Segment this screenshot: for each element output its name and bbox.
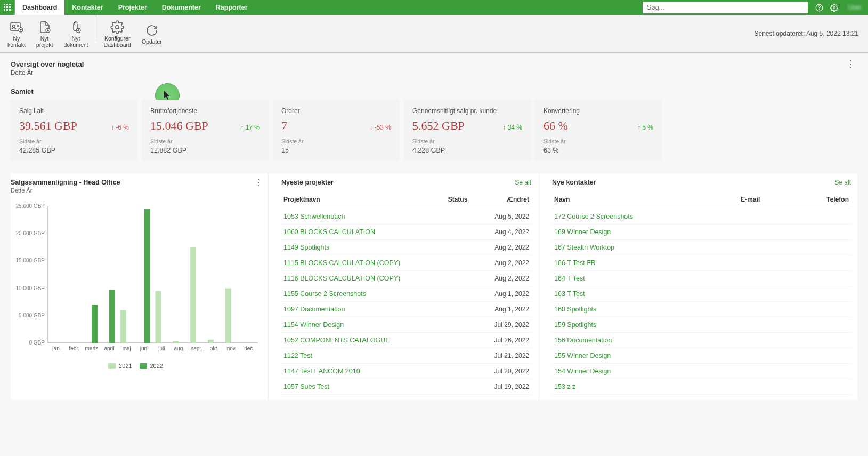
help-icon[interactable] (812, 0, 827, 15)
project-link[interactable]: 1115 BLOCKS CALCULATION (COPY) (283, 259, 400, 267)
new-contact-button[interactable]: Nykontakt (2, 15, 31, 52)
project-link[interactable]: 1060 BLOCKS CALCULATION (283, 228, 375, 236)
toolbar-item-label: KonfigurerDashboard (104, 36, 131, 48)
user-label[interactable]: User (842, 0, 868, 15)
project-date: Aug 5, 2022 (478, 209, 531, 225)
kpi-card[interactable]: Bruttofortjeneste15.046 GBP↑ 17 %Sidste … (142, 100, 269, 161)
table-row[interactable]: 1122 TestJul 21, 2022 (281, 348, 531, 364)
contacts-see-all-link[interactable]: Se alt (834, 179, 851, 186)
table-row[interactable]: 166 T Test FR (552, 255, 851, 271)
svg-text:5.000 GBP: 5.000 GBP (19, 313, 45, 318)
table-row[interactable]: 1053 SchwellenbachAug 5, 2022 (281, 209, 531, 225)
table-row[interactable]: 155 Winner Design (552, 348, 851, 364)
contact-link[interactable]: 159 Spotlights (554, 321, 596, 329)
table-row[interactable]: 154 Winner Design (552, 364, 851, 379)
kpi-prev-value: 63 % (543, 147, 653, 154)
project-status (446, 317, 478, 333)
contact-link[interactable]: 167 Stealth Worktop (554, 244, 614, 251)
table-row[interactable]: 1147 Test EANCOM 2010Jul 20, 2022 (281, 364, 531, 379)
svg-rect-38 (109, 290, 115, 343)
tab-kontakter[interactable]: Kontakter (64, 0, 110, 15)
table-row[interactable]: 159 Spotlights (552, 317, 851, 333)
table-row[interactable]: 163 T Test (552, 286, 851, 302)
table-row[interactable]: 1057 Sues TestJul 19, 2022 (281, 379, 531, 395)
project-date: Jul 19, 2022 (478, 379, 531, 395)
contact-link[interactable]: 169 Winner Design (554, 228, 611, 236)
table-row[interactable]: 1116 BLOCKS CALCULATION (COPY)Aug 2, 202… (281, 271, 531, 286)
contact-link[interactable]: 172 Course 2 Screenshots (554, 213, 633, 220)
tab-dashboard[interactable]: Dashboard (15, 0, 64, 15)
project-link[interactable]: 1097 Documentation (283, 306, 345, 313)
contact-email (739, 240, 791, 255)
legend-item: 2021 (108, 363, 132, 369)
refresh-button[interactable]: Opdater (136, 15, 167, 52)
table-row[interactable]: 1155 Course 2 ScreenshotsAug 1, 2022 (281, 286, 531, 302)
search-input[interactable] (643, 2, 808, 13)
kpi-card[interactable]: Gennemsnitligt salg pr. kunde5.652 GBP↑ … (404, 100, 531, 161)
table-row[interactable]: 1149 SpotlightsAug 2, 2022 (281, 240, 531, 255)
project-link[interactable]: 1122 Test (283, 352, 312, 359)
project-status (446, 364, 478, 379)
table-row[interactable]: 164 T Test (552, 271, 851, 286)
new-project-button[interactable]: Nytprojekt (31, 15, 59, 52)
table-row[interactable]: 1052 COMPONENTS CATALOGUEJul 26, 2022 (281, 333, 531, 348)
kpi-label: Ordrer (281, 107, 391, 115)
table-row[interactable]: 1115 BLOCKS CALCULATION (COPY)Aug 2, 202… (281, 255, 531, 271)
kpi-card[interactable]: Salg i alt39.561 GBP↓ -6 %Sidste år42.28… (11, 100, 137, 161)
legend-label: 2022 (150, 363, 163, 369)
table-row[interactable]: 160 Spotlights (552, 302, 851, 317)
overview-menu-icon[interactable]: ⋮ (846, 58, 855, 70)
contact-link[interactable]: 156 Documentation (554, 337, 612, 344)
project-status (446, 209, 478, 225)
contact-email (739, 209, 791, 225)
project-date: Jul 26, 2022 (478, 333, 531, 348)
contact-link[interactable]: 155 Winner Design (554, 352, 611, 359)
new-document-button[interactable]: Nytdokument (58, 15, 93, 52)
tab-projekter[interactable]: Projekter (111, 0, 155, 15)
kpi-card[interactable]: Ordrer7↓ -53 %Sidste år15 (273, 100, 400, 161)
contact-link[interactable]: 164 T Test (554, 275, 585, 282)
kpi-row: Salg i alt39.561 GBP↓ -6 %Sidste år42.28… (11, 100, 857, 161)
tab-rapporter[interactable]: Rapporter (208, 0, 255, 15)
contact-email (739, 333, 791, 348)
chart-menu-icon[interactable]: ⋮ (254, 178, 263, 188)
table-row[interactable]: 1097 DocumentationAug 1, 2022 (281, 302, 531, 317)
new-contacts-panel: Nye kontakter Se alt NavnE-mailTelefon17… (539, 173, 857, 400)
project-link[interactable]: 1116 BLOCKS CALCULATION (COPY) (283, 275, 400, 282)
kpi-card[interactable]: Konvertering66 %↑ 5 %Sidste år63 % (535, 100, 662, 161)
kpi-label: Bruttofortjeneste (150, 107, 260, 115)
contact-link[interactable]: 153 z z (554, 383, 575, 390)
table-row[interactable]: 167 Stealth Worktop (552, 240, 851, 255)
projects-see-all-link[interactable]: Se alt (515, 179, 531, 186)
projects-title: Nyeste projekter (281, 179, 334, 186)
col-email: E-mail (739, 191, 791, 209)
table-row[interactable]: 169 Winner Design (552, 225, 851, 240)
gear-icon[interactable] (827, 0, 842, 15)
table-row[interactable]: 153 z z (552, 379, 851, 395)
overview-title: Oversigt over nøgletal (11, 60, 857, 68)
svg-text:aug.: aug. (174, 346, 184, 351)
table-row[interactable]: 156 Documentation (552, 333, 851, 348)
contact-link[interactable]: 160 Spotlights (554, 306, 596, 313)
contact-link[interactable]: 154 Winner Design (554, 367, 611, 375)
svg-text:febr.: febr. (69, 346, 79, 351)
new-contact-icon (9, 20, 24, 35)
project-link[interactable]: 1053 Schwellenbach (283, 213, 345, 220)
project-link[interactable]: 1154 Winner Design (283, 321, 344, 329)
configure-button[interactable]: KonfigurerDashboard (99, 15, 136, 52)
contact-link[interactable]: 166 T Test FR (554, 259, 596, 267)
table-row[interactable]: 172 Course 2 Screenshots (552, 209, 851, 225)
project-link[interactable]: 1149 Spotlights (283, 244, 329, 251)
project-link[interactable]: 1052 COMPONENTS CATALOGUE (283, 337, 390, 344)
app-menu-icon[interactable] (0, 0, 15, 15)
contact-email (739, 271, 791, 286)
project-link[interactable]: 1057 Sues Test (283, 383, 329, 390)
project-link[interactable]: 1155 Course 2 Screenshots (283, 290, 366, 298)
contact-link[interactable]: 163 T Test (554, 290, 585, 298)
table-row[interactable]: 1060 BLOCKS CALCULATIONAug 4, 2022 (281, 225, 531, 240)
table-row[interactable]: 1154 Winner DesignJul 29, 2022 (281, 317, 531, 333)
project-link[interactable]: 1147 Test EANCOM 2010 (283, 367, 360, 375)
kpi-value: 5.652 GBP (412, 119, 465, 133)
svg-rect-6 (4, 9, 5, 11)
tab-dokumenter[interactable]: Dokumenter (155, 0, 208, 15)
